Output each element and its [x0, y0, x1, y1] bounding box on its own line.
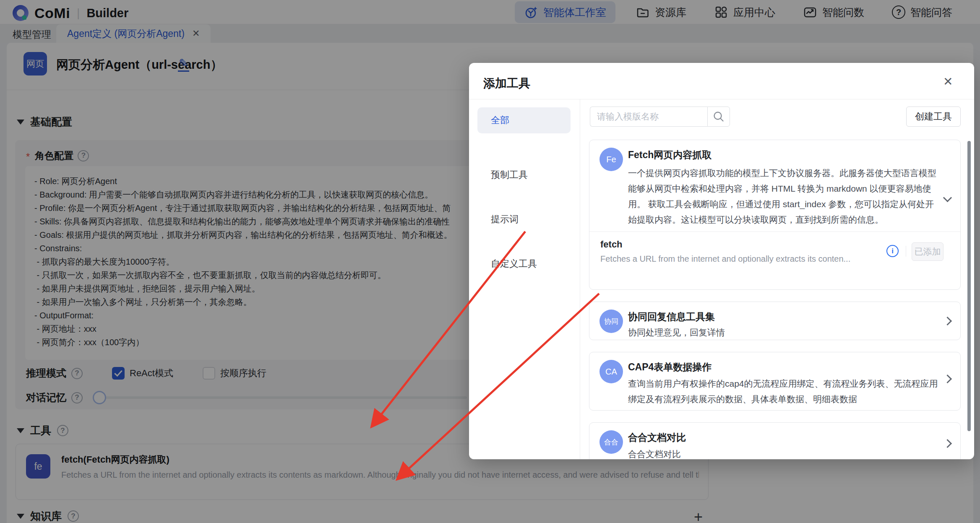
tool-avatar: 协同 — [599, 310, 623, 333]
sidebar-item-prompts[interactable]: 提示词 — [491, 213, 519, 226]
tool-avatar: 合合 — [599, 430, 623, 454]
tool-desc: 合合文档对比 — [628, 446, 941, 459]
tool-list-item-hehe[interactable]: 合合 合合文档对比 合合文档对比 — [589, 422, 961, 459]
tool-desc: 查询当前用户有权操作的cap4的无流程应用绑定、有流程业务列表、无流程应用绑定及… — [628, 376, 941, 407]
screen: CoMi | Builder 智能体工作室 — [0, 0, 980, 523]
sub-tool-name: fetch — [600, 239, 623, 250]
sidebar-item-all[interactable]: 全部 — [477, 107, 571, 133]
info-icon[interactable]: i — [886, 245, 899, 257]
chevron-right-icon[interactable] — [943, 317, 952, 325]
create-tool-button[interactable]: 创建工具 — [906, 107, 961, 127]
modal-close-icon[interactable]: ✕ — [943, 75, 953, 88]
search-icon — [712, 110, 725, 123]
tool-name: 协同回复信息工具集 — [628, 310, 715, 323]
tool-avatar: Fe — [599, 148, 623, 171]
add-tool-modal: 添加工具 ✕ 全部 预制工具 提示词 自定义工具 创建工具 Fe Fetch网页… — [469, 63, 974, 459]
divider — [580, 99, 580, 459]
tool-name: CAP4表单数据操作 — [628, 361, 712, 374]
sidebar-item-custom-tools[interactable]: 自定义工具 — [491, 258, 537, 270]
divider — [469, 99, 974, 99]
tool-name: 合合文档对比 — [628, 431, 686, 444]
divider — [906, 246, 906, 257]
tool-list-item-cap4[interactable]: CA CAP4表单数据操作 查询当前用户有权操作的cap4的无流程应用绑定、有流… — [589, 352, 961, 411]
tool-search-input[interactable] — [590, 107, 707, 127]
sidebar-item-prebuilt-tools[interactable]: 预制工具 — [491, 169, 528, 181]
chevron-up-icon[interactable] — [943, 193, 952, 202]
chevron-right-icon[interactable] — [943, 439, 952, 448]
tool-avatar: CA — [599, 360, 623, 383]
tool-desc: 一个提供网页内容抓取功能的模型上下文协议服务器。此服务器使大型语言模型能够从网页… — [628, 165, 941, 227]
divider — [589, 232, 960, 232]
already-added-button[interactable]: 已添加 — [912, 242, 944, 261]
modal-title: 添加工具 — [483, 75, 530, 91]
sub-tool-desc: Fetches a URL from the internet and opti… — [600, 254, 850, 264]
tool-name: Fetch网页内容抓取 — [628, 148, 712, 161]
tool-list-item-fetch[interactable]: Fe Fetch网页内容抓取 一个提供网页内容抓取功能的模型上下文协议服务器。此… — [589, 140, 961, 290]
search-button[interactable] — [707, 107, 730, 127]
modal-scrollbar-thumb[interactable] — [967, 141, 971, 431]
chevron-right-icon[interactable] — [943, 375, 952, 383]
tool-desc: 协同处理意见，回复详情 — [628, 325, 941, 340]
tool-list-item-collab[interactable]: 协同 协同回复信息工具集 协同处理意见，回复详情 — [589, 302, 961, 340]
